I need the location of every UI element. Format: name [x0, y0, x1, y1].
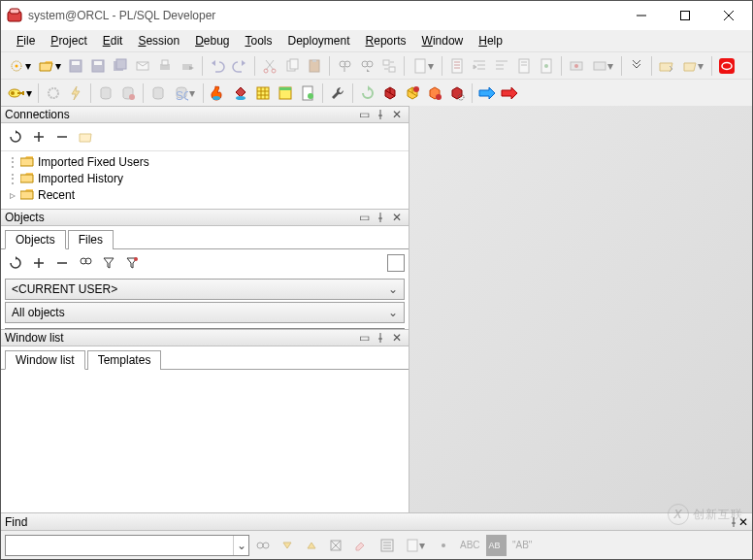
- menu-debug[interactable]: Debug: [187, 32, 237, 49]
- doc-a-button[interactable]: [446, 55, 468, 77]
- chevron-down-icon[interactable]: ⌄: [233, 536, 248, 555]
- save-button[interactable]: [65, 55, 86, 77]
- obj-remove-icon[interactable]: [51, 252, 73, 274]
- user-combo[interactable]: <CURRENT USER> ⌄: [5, 279, 405, 300]
- tree-item[interactable]: ▹ Recent: [5, 186, 405, 203]
- cut-button[interactable]: [259, 55, 280, 77]
- obj-colorbox[interactable]: [387, 254, 405, 272]
- filter-combo[interactable]: All objects ⌄: [5, 302, 405, 323]
- minimize-button[interactable]: [619, 2, 663, 30]
- menu-tools[interactable]: Tools: [238, 32, 280, 49]
- menu-deployment[interactable]: Deployment: [280, 32, 358, 49]
- pane-pin-icon[interactable]: [373, 330, 388, 346]
- pane-pin-icon[interactable]: [729, 517, 738, 527]
- new-button[interactable]: ▾: [5, 55, 34, 77]
- obj-filter-a-icon[interactable]: [98, 252, 119, 274]
- pane-maximize-icon[interactable]: ▭: [356, 210, 372, 225]
- conn-refresh-icon[interactable]: [5, 126, 26, 148]
- find-down-icon[interactable]: [277, 535, 298, 556]
- save-all-button[interactable]: [110, 55, 131, 77]
- conn-add-icon[interactable]: [28, 126, 49, 148]
- find-input-field[interactable]: [6, 536, 233, 555]
- pane-close-icon[interactable]: ✕: [738, 515, 748, 529]
- menu-reports[interactable]: Reports: [358, 32, 414, 49]
- db-sql-button[interactable]: SQL▾: [170, 82, 199, 104]
- redo-button[interactable]: [229, 55, 250, 77]
- obj-find-icon[interactable]: [75, 252, 96, 274]
- wrench-button[interactable]: [327, 82, 348, 104]
- flash-button[interactable]: [65, 82, 86, 104]
- logon-button[interactable]: ▾: [5, 82, 34, 104]
- obj-filter-b-icon[interactable]: [121, 252, 143, 274]
- page-button[interactable]: ▾: [409, 55, 438, 77]
- oracle-button[interactable]: [716, 55, 737, 77]
- mail-button[interactable]: [132, 55, 153, 77]
- find-ab-box-icon[interactable]: AB:: [486, 535, 507, 556]
- indent-button[interactable]: [469, 55, 490, 77]
- tree-expand-icon[interactable]: ▹: [5, 188, 20, 202]
- rec-b-button[interactable]: ▾: [588, 55, 617, 77]
- tool-page-button[interactable]: [297, 82, 318, 104]
- menu-help[interactable]: Help: [471, 32, 510, 49]
- obj-add-icon[interactable]: [28, 252, 49, 274]
- cube-orange-button[interactable]: [424, 82, 445, 104]
- menu-window[interactable]: Window: [414, 32, 472, 49]
- pane-close-icon[interactable]: ✕: [389, 330, 405, 346]
- save-new-button[interactable]: [87, 55, 109, 77]
- conn-folder-icon[interactable]: [75, 126, 96, 148]
- cube-red-button[interactable]: [379, 82, 401, 104]
- folder-nav2-button[interactable]: ▾: [678, 55, 707, 77]
- find-up-icon[interactable]: [301, 535, 322, 556]
- tree-item[interactable]: ⋮ Imported Fixed Users: [5, 153, 405, 170]
- find-next-button[interactable]: [356, 55, 377, 77]
- copy-button[interactable]: [281, 55, 303, 77]
- tab-templates[interactable]: Templates: [87, 350, 162, 370]
- gear-a-button[interactable]: [43, 82, 64, 104]
- pane-pin-icon[interactable]: [373, 107, 388, 122]
- print-button[interactable]: [154, 55, 176, 77]
- find-mark-icon[interactable]: [325, 535, 346, 556]
- refresh-green-button[interactable]: [357, 82, 378, 104]
- doc-b-button[interactable]: [513, 55, 535, 77]
- pane-pin-icon[interactable]: [373, 210, 388, 225]
- find-abc-icon[interactable]: ABC: [457, 535, 483, 556]
- tree-item[interactable]: ⋮ Imported History: [5, 170, 405, 186]
- menu-edit[interactable]: Edit: [95, 32, 131, 49]
- paste-button[interactable]: [304, 55, 325, 77]
- find-doc-icon[interactable]: ▾: [401, 535, 430, 556]
- menu-session[interactable]: Session: [130, 32, 187, 49]
- obj-refresh-icon[interactable]: [5, 252, 26, 274]
- db-c-button[interactable]: [147, 82, 169, 104]
- cube-yellow-button[interactable]: [402, 82, 423, 104]
- tab-windowlist[interactable]: Window list: [5, 350, 85, 370]
- menu-file[interactable]: File: [9, 32, 43, 49]
- pane-maximize-icon[interactable]: ▭: [356, 330, 372, 346]
- maximize-button[interactable]: [663, 2, 706, 30]
- pane-maximize-icon[interactable]: ▭: [356, 107, 372, 122]
- tool-grid-button[interactable]: [252, 82, 274, 104]
- tab-files[interactable]: Files: [68, 230, 114, 249]
- find-binoculars-icon[interactable]: [252, 535, 274, 556]
- find-ab-quote-icon[interactable]: "AB": [509, 535, 535, 556]
- find-input[interactable]: ⌄: [5, 535, 249, 556]
- find-erase-icon[interactable]: [349, 535, 371, 556]
- replace-button[interactable]: [378, 55, 400, 77]
- arrow-red-button[interactable]: [499, 82, 520, 104]
- undo-button[interactable]: [207, 55, 228, 77]
- find-button[interactable]: [334, 55, 355, 77]
- tool-flame-button[interactable]: [208, 82, 229, 104]
- folder-nav-button[interactable]: [656, 55, 677, 77]
- menu-project[interactable]: Project: [43, 32, 94, 49]
- doc-c-button[interactable]: [536, 55, 557, 77]
- conn-remove-icon[interactable]: [51, 126, 73, 148]
- find-dot-icon[interactable]: [433, 535, 454, 556]
- overflow-button[interactable]: [626, 55, 647, 77]
- cube-gear-button[interactable]: [446, 82, 468, 104]
- db-a-button[interactable]: [95, 82, 116, 104]
- print-setup-button[interactable]: [177, 55, 198, 77]
- arrow-blue-button[interactable]: [476, 82, 498, 104]
- tool-window-button[interactable]: [275, 82, 296, 104]
- pane-close-icon[interactable]: ✕: [389, 210, 405, 225]
- rec-a-button[interactable]: [566, 55, 587, 77]
- find-list-icon[interactable]: [376, 535, 398, 556]
